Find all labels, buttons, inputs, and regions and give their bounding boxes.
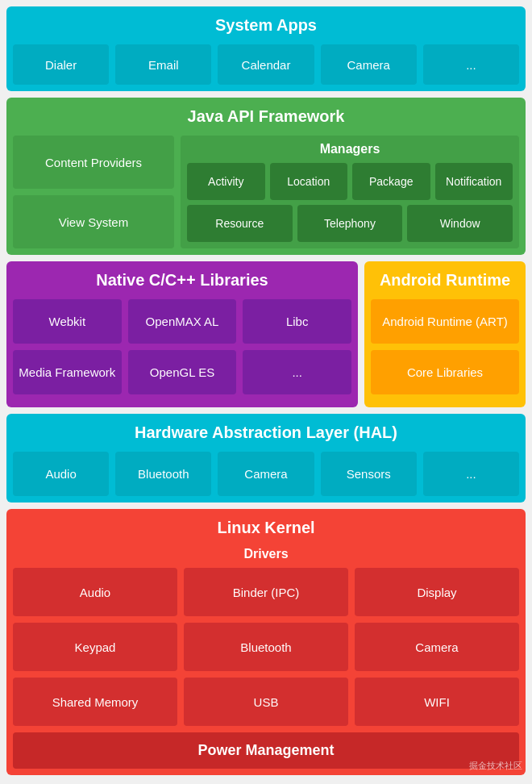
driver-shared-memory-box: Shared Memory [13, 678, 177, 726]
hal-title: Hardware Abstraction Layer (HAL) [13, 420, 519, 445]
drivers-title: Drivers [13, 547, 519, 561]
hal-layer: Hardware Abstraction Layer (HAL) Audio B… [6, 414, 526, 503]
driver-binder-box: Binder (IPC) [184, 568, 348, 616]
native-libs-title: Native C/C++ Libraries [13, 268, 351, 293]
telephony-box: Telephony [297, 205, 403, 242]
calendar-box: Calendar [218, 44, 314, 85]
location-box: Location [270, 163, 348, 200]
hal-more-box: ... [423, 452, 519, 496]
watermark-text: 掘金技术社区 [469, 760, 522, 772]
system-apps-layer: System Apps Dialer Email Calendar Camera… [6, 6, 526, 91]
middle-row: Native C/C++ Libraries Webkit OpenMAX AL… [6, 261, 526, 407]
driver-audio-box: Audio [13, 568, 177, 616]
android-runtime-title: Android Runtime [371, 268, 519, 293]
more-box: ... [423, 44, 519, 85]
system-apps-title: System Apps [13, 13, 519, 38]
managers-row1: Activity Location Package Notification [187, 163, 513, 200]
activity-box: Activity [187, 163, 265, 200]
dialer-box: Dialer [13, 44, 109, 85]
native-row1: Webkit OpenMAX AL Libc [13, 299, 351, 344]
native-libs-layer: Native C/C++ Libraries Webkit OpenMAX AL… [6, 261, 358, 407]
openmax-box: OpenMAX AL [128, 299, 237, 344]
managers-col: Managers Activity Location Package Notif… [181, 136, 519, 248]
hal-sensors-box: Sensors [321, 452, 417, 496]
managers-row2: Resource Telephony Window [187, 205, 513, 242]
resource-box: Resource [187, 205, 293, 242]
package-box: Package [352, 163, 430, 200]
linux-kernel-layer: Linux Kernel Drivers Audio Binder (IPC) … [6, 509, 526, 775]
java-api-layer: Java API Framework Content Providers Vie… [6, 98, 526, 255]
email-box: Email [115, 44, 211, 85]
driver-wifi-box: WIFI [355, 678, 519, 726]
drivers-grid: Audio Binder (IPC) Display Keypad Blueto… [13, 568, 519, 726]
power-management-box: Power Management [13, 732, 519, 769]
notification-box: Notification [435, 163, 513, 200]
hal-bluetooth-box: Bluetooth [115, 452, 211, 496]
java-api-title: Java API Framework [13, 104, 519, 129]
opengl-box: OpenGL ES [128, 350, 237, 394]
media-framework-box: Media Framework [13, 350, 122, 394]
left-col: Content Providers View System [13, 136, 174, 248]
hal-audio-box: Audio [13, 452, 109, 496]
driver-usb-box: USB [184, 678, 348, 726]
libc-box: Libc [243, 299, 351, 344]
view-system-box: View System [13, 195, 174, 248]
native-more-box: ... [243, 350, 351, 394]
camera-box: Camera [321, 44, 417, 85]
driver-bluetooth-box: Bluetooth [184, 623, 348, 671]
system-apps-boxes: Dialer Email Calendar Camera ... [13, 44, 519, 85]
driver-display-box: Display [355, 568, 519, 616]
framework-content: Content Providers View System Managers A… [13, 136, 519, 248]
driver-keypad-box: Keypad [13, 623, 177, 671]
managers-title: Managers [187, 142, 513, 156]
content-providers-box: Content Providers [13, 136, 174, 189]
linux-kernel-title: Linux Kernel [13, 515, 519, 540]
art-box: Android Runtime (ART) [371, 299, 519, 344]
native-row2: Media Framework OpenGL ES ... [13, 350, 351, 394]
android-runtime-layer: Android Runtime Android Runtime (ART) Co… [364, 261, 526, 407]
hal-camera-box: Camera [218, 452, 314, 496]
driver-camera-box: Camera [355, 623, 519, 671]
hal-boxes: Audio Bluetooth Camera Sensors ... [13, 452, 519, 496]
core-libraries-box: Core Libraries [371, 350, 519, 394]
window-box: Window [407, 205, 513, 242]
webkit-box: Webkit [13, 299, 122, 344]
